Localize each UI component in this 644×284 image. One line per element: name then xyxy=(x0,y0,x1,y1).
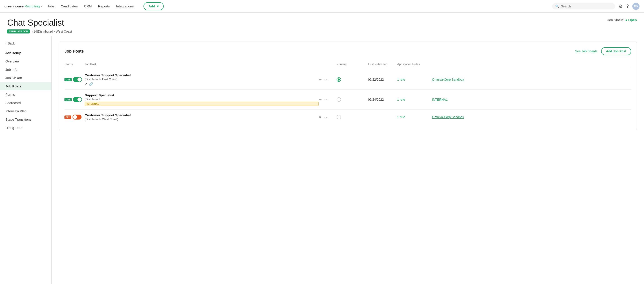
job-board-link-2[interactable]: INTERNAL xyxy=(432,98,448,101)
back-link[interactable]: ‹ Back xyxy=(0,40,52,47)
toggle-knob-1 xyxy=(78,78,82,82)
sidebar-item-job-kickoff[interactable]: Job Kickoff xyxy=(0,74,52,82)
sidebar-section-title: Job setup xyxy=(0,49,52,57)
search-icon: 🔍 xyxy=(555,5,559,8)
radio-button-2[interactable] xyxy=(336,97,341,102)
sidebar-item-interview-plan[interactable]: Interview Plan xyxy=(0,107,52,115)
more-icon-2[interactable]: ··· xyxy=(324,97,329,102)
main-layout: ‹ Back Job setup Overview Job Info Job K… xyxy=(0,36,644,284)
rule-link-3[interactable]: 1 rule xyxy=(397,115,405,119)
nav-candidates[interactable]: Candidates xyxy=(61,4,78,8)
post-name-2: Support Specialist xyxy=(85,93,319,97)
post-info-1: Customer Support Specialist (Distributed… xyxy=(85,73,319,86)
search-input[interactable] xyxy=(561,5,612,8)
page-title: Chat Specialist xyxy=(7,18,72,28)
post-info-3: Customer Support Specialist (Distributed… xyxy=(85,113,319,121)
col-app-rules: Application Rules xyxy=(397,63,631,66)
logo-greenhouse: greenhouse xyxy=(4,4,24,8)
pub-date-1: 06/22/2022 xyxy=(368,78,397,81)
see-job-boards-link[interactable]: See Job Boards xyxy=(575,50,598,53)
table-row: LIVE Support Specialist (Distributed) IN… xyxy=(64,90,631,110)
add-button[interactable]: Add ▾ xyxy=(144,2,164,10)
sidebar-item-forms[interactable]: Forms xyxy=(0,90,52,99)
nav-crm[interactable]: CRM xyxy=(84,4,92,8)
help-icon[interactable]: ? xyxy=(626,4,629,9)
sidebar-item-job-info[interactable]: Job Info xyxy=(0,65,52,74)
table-row: LIVE Customer Support Specialist (Distri… xyxy=(64,70,631,90)
avatar[interactable]: MS xyxy=(632,3,640,10)
col-first-published: First Published xyxy=(368,63,397,66)
live-badge-1: LIVE xyxy=(64,78,72,81)
search-box[interactable]: 🔍 xyxy=(552,3,615,10)
top-nav: greenhouse Recruiting ▾ Jobs Candidates … xyxy=(0,0,644,13)
post-location-1: (Distributed - East Coast) xyxy=(85,78,319,81)
add-job-post-button[interactable]: Add Job Post xyxy=(601,47,631,55)
primary-radio-2[interactable] xyxy=(336,97,368,102)
nav-jobs[interactable]: Jobs xyxy=(48,4,54,8)
primary-radio-3[interactable] xyxy=(336,115,368,119)
add-dropdown-icon: ▾ xyxy=(157,4,159,8)
table-header: Status Job Post Primary First Published … xyxy=(64,61,631,68)
edit-icon-1[interactable]: ✏ xyxy=(319,78,322,82)
job-posts-card: Job Posts See Job Boards Add Job Post St… xyxy=(59,42,637,130)
post-location-2: (Distributed) xyxy=(85,98,319,101)
main-content: Job Posts See Job Boards Add Job Post St… xyxy=(52,36,644,284)
pub-date-2: 06/24/2022 xyxy=(368,98,397,101)
sidebar-item-overview[interactable]: Overview xyxy=(0,57,52,65)
nav-links: Jobs Candidates CRM Reports Integrations… xyxy=(48,2,164,10)
live-badge-2: LIVE xyxy=(64,98,72,101)
toggle-switch-3[interactable] xyxy=(72,115,82,120)
rule-link-2[interactable]: 1 rule xyxy=(397,98,405,101)
col-actions xyxy=(319,63,336,66)
more-icon-3[interactable]: ··· xyxy=(324,115,329,120)
primary-radio-1[interactable] xyxy=(336,77,368,82)
edit-icon-3[interactable]: ✏ xyxy=(319,115,322,119)
col-primary: Primary xyxy=(336,63,368,66)
edit-icon-2[interactable]: ✏ xyxy=(319,98,322,102)
job-board-link-1[interactable]: Omniva-Corp Sandbox xyxy=(432,78,464,81)
template-badge: TEMPLATE JOB xyxy=(7,30,30,34)
job-meta: TEMPLATE JOB (14)Distributed - West Coas… xyxy=(7,30,72,34)
table-row: OFF Customer Support Specialist (Distrib… xyxy=(64,110,631,124)
settings-icon[interactable]: ⚙ xyxy=(619,4,623,9)
job-location: (14)Distributed - West Coast xyxy=(32,30,72,33)
logo-recruiting: Recruiting xyxy=(24,4,40,8)
toggle-switch-1[interactable] xyxy=(73,77,82,82)
radio-button-1[interactable] xyxy=(336,77,341,82)
link-icon-1[interactable]: 🔗 xyxy=(89,82,93,86)
status-toggle-2[interactable]: LIVE xyxy=(64,97,85,102)
more-icon-1[interactable]: ··· xyxy=(324,77,329,82)
off-badge-3: OFF xyxy=(64,116,71,119)
logo-dropdown-arrow[interactable]: ▾ xyxy=(41,5,42,8)
post-info-2: Support Specialist (Distributed) INTERNA… xyxy=(85,93,319,106)
job-status: Job Status: ● Open xyxy=(608,18,637,22)
radio-button-3[interactable] xyxy=(336,115,341,119)
nav-right: 🔍 ⚙ ? MS xyxy=(552,3,640,10)
post-name-3: Customer Support Specialist xyxy=(85,113,319,117)
nav-integrations[interactable]: Integrations xyxy=(116,4,134,8)
sidebar-item-stage-transitions[interactable]: Stage Transitions xyxy=(0,115,52,124)
post-actions-1: ✏ ··· xyxy=(319,77,336,82)
nav-reports[interactable]: Reports xyxy=(98,4,110,8)
sidebar-item-scorecard[interactable]: Scorecard xyxy=(0,99,52,107)
sidebar: ‹ Back Job setup Overview Job Info Job K… xyxy=(0,36,52,284)
logo[interactable]: greenhouse Recruiting ▾ xyxy=(4,4,42,8)
back-arrow-icon: ‹ xyxy=(6,42,6,45)
card-header: Job Posts See Job Boards Add Job Post xyxy=(64,47,631,55)
arrow-icon-1[interactable]: ↗ xyxy=(85,82,87,86)
job-board-link-3[interactable]: Omniva-Corp Sandbox xyxy=(432,115,464,119)
status-toggle-1[interactable]: LIVE xyxy=(64,77,85,82)
sidebar-item-hiring-team[interactable]: Hiring Team xyxy=(0,124,52,132)
rule-link-1[interactable]: 1 rule xyxy=(397,78,405,81)
toggle-switch-2[interactable] xyxy=(73,97,82,102)
back-label: Back xyxy=(8,42,15,45)
col-job-post: Job Post xyxy=(85,63,319,66)
status-toggle-3[interactable]: OFF xyxy=(64,115,85,120)
page-header: Chat Specialist TEMPLATE JOB (14)Distrib… xyxy=(0,13,644,36)
post-location-3: (Distributed - West Coast) xyxy=(85,118,319,121)
post-actions-2: ✏ ··· xyxy=(319,97,336,102)
toggle-knob-3 xyxy=(73,115,77,119)
col-status: Status xyxy=(64,63,85,66)
sidebar-item-job-posts[interactable]: Job Posts xyxy=(0,82,52,90)
card-title: Job Posts xyxy=(64,49,84,54)
